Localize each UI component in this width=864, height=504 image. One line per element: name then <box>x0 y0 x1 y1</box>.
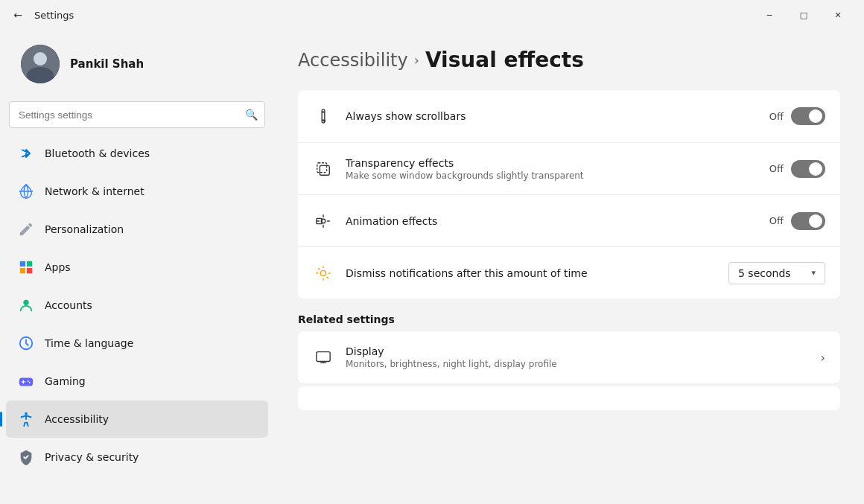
display-link-content: DisplayMonitors, brightness, night light… <box>346 345 809 369</box>
transparency-content: Transparency effectsMake some window bac… <box>346 157 757 181</box>
sidebar-item-accounts[interactable]: Accounts <box>6 287 268 324</box>
svg-rect-2 <box>20 268 25 273</box>
sidebar-item-network[interactable]: Network & internet <box>6 173 268 210</box>
animation-toggle-thumb <box>809 214 822 228</box>
chevron-down-icon: ▾ <box>811 268 816 278</box>
settings-row-animation: Animation effectsOff <box>298 194 840 246</box>
search-input[interactable] <box>9 101 265 128</box>
svg-rect-16 <box>317 352 330 362</box>
notifications-content: Dismiss notifications after this amount … <box>346 267 717 279</box>
related-item-display[interactable]: DisplayMonitors, brightness, night light… <box>298 331 840 383</box>
chevron-right-icon: › <box>821 351 825 365</box>
personalization-icon <box>18 221 34 237</box>
sidebar-item-gaming[interactable]: Gaming <box>6 363 268 400</box>
accessibility-icon <box>18 411 34 427</box>
settings-row-scrollbars: Always show scrollbarsOff <box>298 90 840 142</box>
transparency-toggle-label: Off <box>769 163 784 174</box>
transparency-toggle-thumb <box>809 162 822 176</box>
settings-row-notifications: Dismiss notifications after this amount … <box>298 246 840 299</box>
scrollbars-toggle-thumb <box>809 109 822 123</box>
search-container: 🔍 <box>9 101 265 128</box>
svg-point-9 <box>25 412 28 415</box>
svg-rect-11 <box>317 162 327 172</box>
close-button[interactable]: ✕ <box>821 3 855 27</box>
display-link-icon <box>313 347 334 368</box>
scrollbars-toggle[interactable] <box>791 107 825 125</box>
svg-point-8 <box>29 382 31 383</box>
time-label: Time & language <box>45 337 133 349</box>
personalization-label: Personalization <box>45 223 124 235</box>
scrollbars-content: Always show scrollbars <box>346 110 757 122</box>
titlebar-title: Settings <box>34 10 745 21</box>
apps-label: Apps <box>45 261 71 273</box>
transparency-icon <box>313 159 334 179</box>
animation-title: Animation effects <box>346 215 757 227</box>
sidebar: Pankil Shah 🔍 Bluetooth & devicesNetwork… <box>0 30 274 504</box>
breadcrumb-separator: › <box>414 52 419 68</box>
bluetooth-icon <box>18 145 34 162</box>
gaming-icon <box>18 373 34 389</box>
related-item-placeholder <box>298 386 840 410</box>
scrollbars-icon <box>313 106 334 127</box>
related-settings-title: Related settings <box>298 313 840 325</box>
privacy-icon <box>18 449 34 465</box>
notifications-dropdown-value: 5 seconds <box>738 267 805 279</box>
animation-toggle[interactable] <box>791 212 825 230</box>
network-label: Network & internet <box>45 185 144 197</box>
display-link-title: Display <box>346 345 809 357</box>
breadcrumb-current: Visual effects <box>425 48 584 72</box>
accessibility-label: Accessibility <box>45 413 109 425</box>
sidebar-item-personalization[interactable]: Personalization <box>6 211 268 248</box>
network-icon <box>18 183 34 200</box>
user-name: Pankil Shah <box>70 57 144 71</box>
notifications-control: 5 seconds▾ <box>728 262 825 284</box>
svg-point-4 <box>23 300 28 305</box>
animation-icon <box>313 211 334 232</box>
content-area: Accessibility › Visual effects Always sh… <box>274 30 864 504</box>
titlebar: ← Settings ─ □ ✕ <box>0 0 864 30</box>
sidebar-item-apps[interactable]: Apps <box>6 249 268 286</box>
notifications-dropdown[interactable]: 5 seconds▾ <box>728 262 825 284</box>
settings-row-transparency: Transparency effectsMake some window bac… <box>298 142 840 194</box>
accounts-icon <box>18 297 34 313</box>
sidebar-item-time[interactable]: Time & language <box>6 325 268 362</box>
svg-point-7 <box>28 380 29 382</box>
time-icon <box>18 335 34 351</box>
accounts-label: Accounts <box>45 299 92 311</box>
minimize-button[interactable]: ─ <box>752 3 787 27</box>
sidebar-item-bluetooth[interactable]: Bluetooth & devices <box>6 135 268 172</box>
svg-rect-3 <box>27 268 32 273</box>
transparency-toggle[interactable] <box>791 160 825 178</box>
notifications-title: Dismiss notifications after this amount … <box>346 267 717 279</box>
avatar <box>21 45 60 83</box>
scrollbars-toggle-label: Off <box>769 111 784 122</box>
bluetooth-label: Bluetooth & devices <box>45 147 150 159</box>
animation-control: Off <box>769 212 825 230</box>
svg-rect-0 <box>20 261 25 267</box>
settings-card: Always show scrollbarsOffTransparency ef… <box>298 90 840 299</box>
transparency-title: Transparency effects <box>346 157 757 169</box>
transparency-subtitle: Make some window backgrounds slightly tr… <box>346 170 757 181</box>
breadcrumb-parent: Accessibility <box>298 50 408 71</box>
scrollbars-control: Off <box>769 107 825 125</box>
maximize-button[interactable]: □ <box>787 3 821 27</box>
gaming-label: Gaming <box>45 375 86 387</box>
notifications-icon <box>313 263 334 284</box>
sidebar-nav: Bluetooth & devicesNetwork & internetPer… <box>0 134 274 497</box>
related-settings-container: DisplayMonitors, brightness, night light… <box>298 331 840 410</box>
svg-rect-12 <box>320 165 329 175</box>
breadcrumb: Accessibility › Visual effects <box>298 48 840 72</box>
animation-toggle-label: Off <box>769 215 784 226</box>
user-profile[interactable]: Pankil Shah <box>6 33 268 95</box>
main-layout: Pankil Shah 🔍 Bluetooth & devicesNetwork… <box>0 30 864 504</box>
svg-point-15 <box>320 270 325 275</box>
sidebar-item-accessibility[interactable]: Accessibility <box>6 401 268 438</box>
window-controls: ─ □ ✕ <box>752 3 855 27</box>
svg-rect-6 <box>19 377 33 386</box>
sidebar-item-privacy[interactable]: Privacy & security <box>6 438 268 476</box>
svg-rect-1 <box>27 261 32 267</box>
back-button[interactable]: ← <box>9 6 27 24</box>
privacy-label: Privacy & security <box>45 451 139 463</box>
display-link-subtitle: Monitors, brightness, night light, displ… <box>346 359 809 369</box>
animation-content: Animation effects <box>346 215 757 227</box>
